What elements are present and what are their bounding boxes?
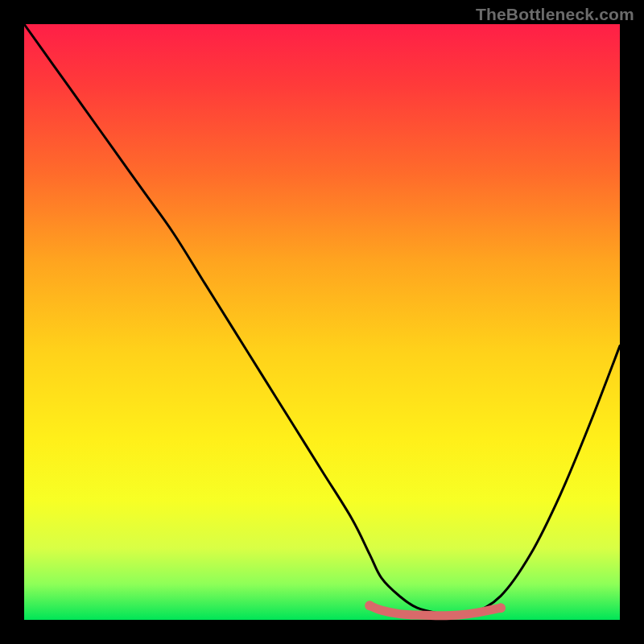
chart-frame: TheBottleneck.com xyxy=(0,0,644,644)
plot-area xyxy=(24,24,620,620)
chart-svg xyxy=(24,24,620,620)
watermark-text: TheBottleneck.com xyxy=(476,5,634,24)
highlight-dot-left xyxy=(365,601,374,610)
highlight-dot-right xyxy=(496,603,506,613)
highlight-curve xyxy=(369,605,501,616)
main-curve xyxy=(24,24,620,616)
